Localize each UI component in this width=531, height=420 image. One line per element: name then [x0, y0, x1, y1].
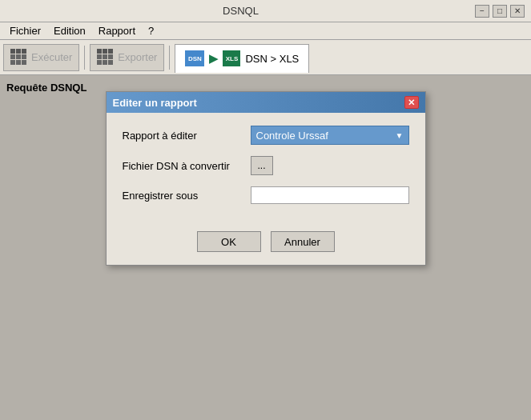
export-icon [97, 49, 115, 66]
execute-button[interactable]: Exécuter [3, 44, 79, 71]
fichier-dsn-control: ... [251, 156, 409, 175]
menu-fichier[interactable]: Fichier [3, 23, 47, 38]
fichier-dsn-row: Fichier DSN à convertir ... [123, 156, 409, 175]
enregistrer-row: Enregistrer sous [123, 186, 409, 204]
ok-button[interactable]: OK [197, 231, 261, 252]
rapport-label: Rapport à éditer [123, 130, 251, 142]
menu-help[interactable]: ? [142, 23, 160, 38]
toolbar: Exécuter Exporter DSN ▶ XLS DSN > XLS [0, 40, 531, 75]
enregistrer-label: Enregistrer sous [123, 190, 251, 202]
arrow-icon: ▶ [209, 52, 218, 65]
menu-rapport[interactable]: Rapport [92, 23, 142, 38]
close-button[interactable]: ✕ [510, 5, 525, 18]
export-label: Exporter [118, 51, 157, 63]
dsn-icon: DSN [185, 50, 204, 66]
dialog-buttons: OK Annuler [107, 225, 425, 265]
dsn-xls-label: DSN > XLS [245, 53, 299, 65]
title-bar: DSNQL − □ ✕ [0, 0, 531, 22]
maximize-button[interactable]: □ [493, 5, 507, 18]
export-grid-icon [97, 49, 115, 66]
fichier-dsn-label: Fichier DSN à convertir [123, 160, 251, 172]
dialog-title-bar: Editer un rapport ✕ [107, 92, 425, 113]
rapport-row: Rapport à éditer Controle Urssaf ▼ [123, 126, 409, 145]
execute-label: Exécuter [31, 51, 72, 63]
enregistrer-input[interactable] [251, 186, 409, 204]
dropdown-arrow-icon: ▼ [396, 131, 404, 140]
execute-icon [10, 49, 28, 66]
dialog: Editer un rapport ✕ Rapport à éditer Con… [106, 91, 426, 266]
minimize-button[interactable]: − [475, 5, 489, 18]
rapport-control: Controle Urssaf ▼ [251, 126, 409, 145]
export-button[interactable]: Exporter [90, 44, 164, 71]
window-title: DSNQL [6, 5, 475, 17]
dialog-title: Editer un rapport [113, 97, 197, 109]
dialog-body: Rapport à éditer Controle Urssaf ▼ Fichi… [107, 113, 425, 225]
menu-bar: Fichier Edition Rapport ? [0, 22, 531, 40]
dsn-xls-tab[interactable]: DSN ▶ XLS DSN > XLS [175, 44, 309, 73]
toolbar-separator-2 [169, 46, 170, 70]
dialog-close-button[interactable]: ✕ [404, 96, 419, 109]
browse-button[interactable]: ... [251, 156, 273, 175]
window-controls: − □ ✕ [475, 5, 525, 18]
toolbar-separator-1 [84, 46, 85, 70]
enregistrer-control [251, 186, 409, 204]
grid-icon [10, 49, 28, 66]
rapport-dropdown[interactable]: Controle Urssaf ▼ [251, 126, 409, 145]
cancel-button[interactable]: Annuler [271, 231, 335, 252]
menu-edition[interactable]: Edition [47, 23, 92, 38]
page-area: Requête DSNQL Editer un rapport ✕ Rappor… [0, 75, 531, 420]
xls-icon: XLS [223, 50, 240, 66]
rapport-value: Controle Urssaf [256, 130, 328, 142]
